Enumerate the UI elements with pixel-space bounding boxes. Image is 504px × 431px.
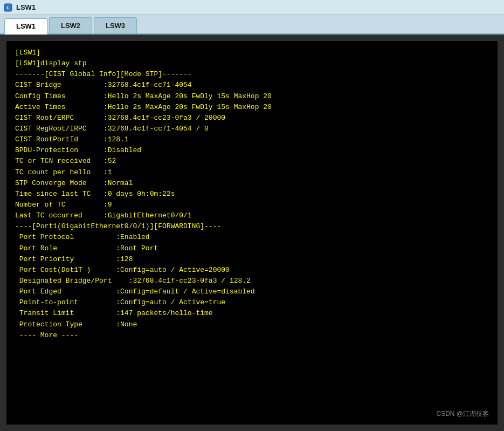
terminal-line: CIST RegRoot/IRPC :32768.4c1f-cc71-4054 … xyxy=(15,124,489,134)
terminal-line: Designated Bridge/Port :32768.4c1f-cc23-… xyxy=(15,276,489,286)
terminal-line: BPDU-Protection :Disabled xyxy=(15,145,489,156)
title-bar: L LSW1 xyxy=(0,0,504,15)
terminal-line: CIST RootPortId :128.1 xyxy=(15,134,489,145)
terminal-line: -------[CIST Global Info][Mode STP]-----… xyxy=(15,69,489,80)
terminal-line: Transit Limit :147 packets/hello-time xyxy=(15,308,489,319)
terminal-line: TC count per hello :1 xyxy=(15,167,489,178)
terminal-line: TC or TCN received :52 xyxy=(15,156,489,167)
terminal-line: Last TC occurred :GigabitEthernet0/0/1 xyxy=(15,210,489,221)
terminal-line: ---- More ---- xyxy=(15,330,489,341)
terminal-line: Port Role :Root Port xyxy=(15,243,489,254)
terminal-line: ----[Port1(GigabitEthernet0/0/1)][FORWAR… xyxy=(15,221,489,232)
terminal-output: [LSW1][LSW1]display stp-------[CIST Glob… xyxy=(6,41,498,425)
terminal-line: [LSW1] xyxy=(15,47,489,58)
window-title: LSW1 xyxy=(16,3,36,11)
tab-lsw1[interactable]: LSW1 xyxy=(4,18,47,35)
terminal-line: Number of TC :9 xyxy=(15,200,489,210)
watermark: CSDN @江湖侠客 xyxy=(436,409,489,419)
terminal-line: CIST Root/ERPC :32768.4c1f-cc23-0fa3 / 2… xyxy=(15,113,489,124)
tab-lsw3[interactable]: LSW3 xyxy=(94,17,137,33)
terminal-line: Active Times :Hello 2s MaxAge 20s FwDly … xyxy=(15,102,489,113)
terminal-line: CIST Bridge :32768.4c1f-cc71-4054 xyxy=(15,80,489,91)
terminal-line: Config Times :Hello 2s MaxAge 20s FwDly … xyxy=(15,91,489,102)
terminal-line: STP Converge Mode :Normal xyxy=(15,178,489,189)
svg-text:L: L xyxy=(7,5,10,10)
terminal-line: Protection Type :None xyxy=(15,319,489,330)
terminal-line: Port Edged :Config=default / Active=disa… xyxy=(15,286,489,297)
terminal-line: Time since last TC :0 days 0h:0m:22s xyxy=(15,189,489,200)
terminal-line: Port Protocol :Enabled xyxy=(15,232,489,243)
tab-lsw2[interactable]: LSW2 xyxy=(49,17,92,33)
terminal-line: Port Priority :128 xyxy=(15,254,489,265)
terminal-line: Point-to-point :Config=auto / Active=tru… xyxy=(15,297,489,308)
terminal-line: Port Cost(Dot1T ) :Config=auto / Active=… xyxy=(15,265,489,276)
terminal-line: [LSW1]display stp xyxy=(15,58,489,69)
tab-bar: LSW1 LSW2 LSW3 xyxy=(0,15,504,35)
app-icon: L xyxy=(3,3,13,12)
